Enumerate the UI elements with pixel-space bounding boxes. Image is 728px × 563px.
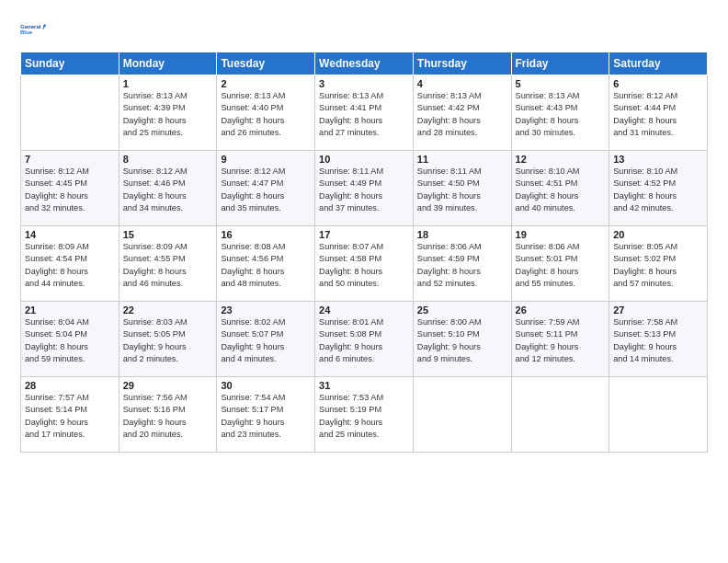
cell-text: Sunrise: 8:02 AM Sunset: 5:07 PM Dayligh… [221,316,311,365]
weekday-header-cell: Tuesday [217,52,315,75]
calendar-cell [609,377,708,453]
calendar-cell: 24Sunrise: 8:01 AM Sunset: 5:08 PM Dayli… [315,302,414,377]
day-number: 9 [221,154,311,165]
calendar-cell: 6Sunrise: 8:12 AM Sunset: 4:44 PM Daylig… [609,75,708,151]
cell-text: Sunrise: 8:12 AM Sunset: 4:44 PM Dayligh… [613,90,703,139]
calendar-week-row: 1Sunrise: 8:13 AM Sunset: 4:39 PM Daylig… [21,75,708,151]
calendar-week-row: 21Sunrise: 8:04 AM Sunset: 5:04 PM Dayli… [21,302,708,377]
cell-text: Sunrise: 8:13 AM Sunset: 4:43 PM Dayligh… [516,90,606,139]
calendar-cell [21,75,119,151]
day-number: 17 [319,229,409,240]
day-number: 2 [221,78,311,89]
day-number: 22 [123,304,213,316]
day-number: 27 [613,304,703,316]
calendar-cell: 10Sunrise: 8:11 AM Sunset: 4:49 PM Dayli… [315,151,414,226]
cell-text: Sunrise: 8:13 AM Sunset: 4:40 PM Dayligh… [221,90,311,139]
cell-text: Sunrise: 8:11 AM Sunset: 4:49 PM Dayligh… [319,166,409,214]
day-number: 24 [319,304,409,316]
cell-text: Sunrise: 8:04 AM Sunset: 5:04 PM Dayligh… [25,316,115,365]
page-header: General Blue [20,17,708,42]
cell-text: Sunrise: 8:00 AM Sunset: 5:10 PM Dayligh… [417,316,507,365]
calendar-cell: 1Sunrise: 8:13 AM Sunset: 4:39 PM Daylig… [119,75,217,151]
calendar-cell: 27Sunrise: 7:58 AM Sunset: 5:13 PM Dayli… [609,302,708,377]
day-number: 13 [613,154,703,165]
svg-text:Blue: Blue [20,29,33,35]
cell-text: Sunrise: 8:07 AM Sunset: 4:58 PM Dayligh… [319,241,409,290]
calendar-cell: 15Sunrise: 8:09 AM Sunset: 4:55 PM Dayli… [119,226,217,302]
day-number: 3 [319,78,409,89]
cell-text: Sunrise: 8:06 AM Sunset: 4:59 PM Dayligh… [417,241,507,290]
cell-text: Sunrise: 8:10 AM Sunset: 4:52 PM Dayligh… [613,166,703,214]
calendar-cell: 3Sunrise: 8:13 AM Sunset: 4:41 PM Daylig… [315,75,414,151]
day-number: 12 [516,154,606,165]
cell-text: Sunrise: 8:12 AM Sunset: 4:47 PM Dayligh… [221,166,311,214]
day-number: 6 [613,78,703,89]
cell-text: Sunrise: 8:13 AM Sunset: 4:42 PM Dayligh… [417,90,507,139]
day-number: 10 [319,154,409,165]
calendar-week-row: 14Sunrise: 8:09 AM Sunset: 4:54 PM Dayli… [21,226,708,302]
calendar-week-row: 7Sunrise: 8:12 AM Sunset: 4:45 PM Daylig… [21,151,708,226]
calendar-cell: 13Sunrise: 8:10 AM Sunset: 4:52 PM Dayli… [609,151,708,226]
cell-text: Sunrise: 8:06 AM Sunset: 5:01 PM Dayligh… [516,241,606,290]
cell-text: Sunrise: 7:53 AM Sunset: 5:19 PM Dayligh… [319,392,409,441]
day-number: 25 [417,304,507,316]
cell-text: Sunrise: 8:03 AM Sunset: 5:05 PM Dayligh… [123,316,213,365]
calendar-cell: 28Sunrise: 7:57 AM Sunset: 5:14 PM Dayli… [21,377,119,453]
calendar-cell: 29Sunrise: 7:56 AM Sunset: 5:16 PM Dayli… [119,377,217,453]
calendar-cell: 11Sunrise: 8:11 AM Sunset: 4:50 PM Dayli… [413,151,511,226]
calendar-body: 1Sunrise: 8:13 AM Sunset: 4:39 PM Daylig… [21,75,708,453]
cell-text: Sunrise: 8:12 AM Sunset: 4:45 PM Dayligh… [25,166,115,214]
weekday-header-cell: Monday [119,52,217,75]
cell-text: Sunrise: 8:01 AM Sunset: 5:08 PM Dayligh… [319,316,409,365]
day-number: 1 [123,78,213,89]
calendar-cell: 5Sunrise: 8:13 AM Sunset: 4:43 PM Daylig… [511,75,609,151]
day-number: 15 [123,229,213,240]
weekday-header-cell: Wednesday [315,52,414,75]
day-number: 28 [25,380,115,391]
day-number: 30 [221,380,311,391]
day-number: 20 [613,229,703,240]
calendar-cell: 30Sunrise: 7:54 AM Sunset: 5:17 PM Dayli… [217,377,315,453]
weekday-header-cell: Friday [511,52,609,75]
day-number: 16 [221,229,311,240]
day-number: 7 [25,154,115,165]
calendar-week-row: 28Sunrise: 7:57 AM Sunset: 5:14 PM Dayli… [21,377,708,453]
calendar-cell: 8Sunrise: 8:12 AM Sunset: 4:46 PM Daylig… [119,151,217,226]
cell-text: Sunrise: 7:56 AM Sunset: 5:16 PM Dayligh… [123,392,213,441]
cell-text: Sunrise: 8:09 AM Sunset: 4:55 PM Dayligh… [123,241,213,290]
calendar-cell: 25Sunrise: 8:00 AM Sunset: 5:10 PM Dayli… [413,302,511,377]
day-number: 26 [516,304,606,316]
calendar-cell: 17Sunrise: 8:07 AM Sunset: 4:58 PM Dayli… [315,226,414,302]
calendar-cell: 9Sunrise: 8:12 AM Sunset: 4:47 PM Daylig… [217,151,315,226]
svg-marker-2 [42,24,46,30]
cell-text: Sunrise: 7:57 AM Sunset: 5:14 PM Dayligh… [25,392,115,441]
calendar-cell: 31Sunrise: 7:53 AM Sunset: 5:19 PM Dayli… [315,377,414,453]
weekday-header-cell: Saturday [609,52,708,75]
day-number: 21 [25,304,115,316]
day-number: 14 [25,229,115,240]
cell-text: Sunrise: 7:58 AM Sunset: 5:13 PM Dayligh… [613,316,703,365]
calendar-cell: 2Sunrise: 8:13 AM Sunset: 4:40 PM Daylig… [217,75,315,151]
calendar-cell: 20Sunrise: 8:05 AM Sunset: 5:02 PM Dayli… [609,226,708,302]
calendar-cell: 18Sunrise: 8:06 AM Sunset: 4:59 PM Dayli… [413,226,511,302]
calendar-cell: 16Sunrise: 8:08 AM Sunset: 4:56 PM Dayli… [217,226,315,302]
weekday-header-cell: Thursday [413,52,511,75]
cell-text: Sunrise: 8:12 AM Sunset: 4:46 PM Dayligh… [123,166,213,214]
cell-text: Sunrise: 8:05 AM Sunset: 5:02 PM Dayligh… [613,241,703,290]
calendar-cell: 14Sunrise: 8:09 AM Sunset: 4:54 PM Dayli… [21,226,119,302]
cell-text: Sunrise: 8:13 AM Sunset: 4:41 PM Dayligh… [319,90,409,139]
day-number: 29 [123,380,213,391]
cell-text: Sunrise: 7:59 AM Sunset: 5:11 PM Dayligh… [516,316,606,365]
logo: General Blue [20,17,46,42]
weekday-header-row: SundayMondayTuesdayWednesdayThursdayFrid… [21,52,708,75]
cell-text: Sunrise: 7:54 AM Sunset: 5:17 PM Dayligh… [221,392,311,441]
day-number: 31 [319,380,409,391]
cell-text: Sunrise: 8:08 AM Sunset: 4:56 PM Dayligh… [221,241,311,290]
calendar-table: SundayMondayTuesdayWednesdayThursdayFrid… [20,52,708,453]
day-number: 5 [516,78,606,89]
day-number: 19 [516,229,606,240]
weekday-header-cell: Sunday [21,52,119,75]
calendar-cell: 4Sunrise: 8:13 AM Sunset: 4:42 PM Daylig… [413,75,511,151]
calendar-cell: 26Sunrise: 7:59 AM Sunset: 5:11 PM Dayli… [511,302,609,377]
day-number: 23 [221,304,311,316]
